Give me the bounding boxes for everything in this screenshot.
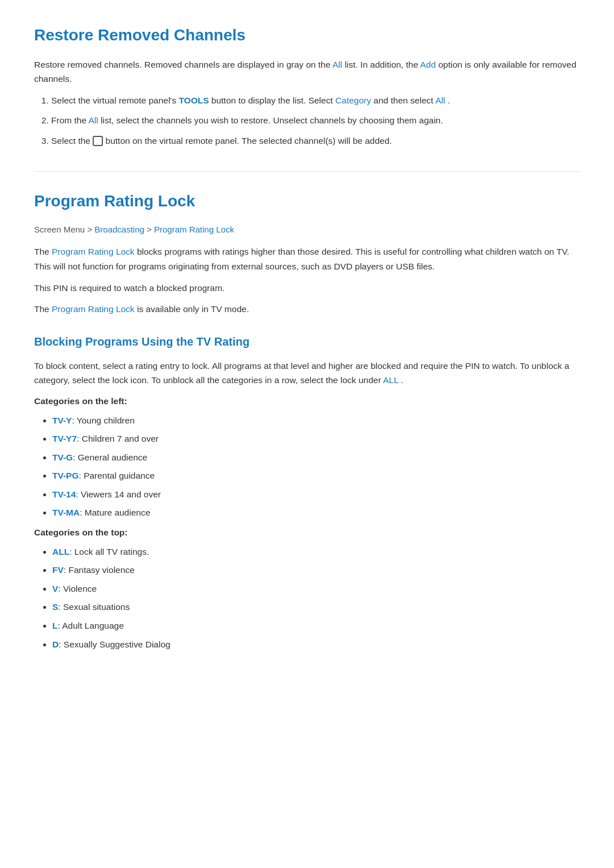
list-item: S: Sexual situations	[52, 600, 580, 614]
categories-left-list: TV-Y: Young childrenTV-Y7: Children 7 an…	[52, 413, 580, 520]
step-2: From the All list, select the channels y…	[51, 113, 580, 128]
list-item: TV-Y7: Children 7 and over	[52, 431, 580, 446]
categories-top-list: ALL: Lock all TV ratings.FV: Fantasy vio…	[52, 545, 580, 651]
section-divider	[34, 171, 580, 172]
step-3: Select the button on the virtual remote …	[51, 134, 580, 148]
list-item: TV-G: General audience	[52, 450, 580, 465]
list-item: D: Sexually Suggestive Dialog	[52, 637, 580, 652]
section2-para2: This PIN is required to watch a blocked …	[34, 281, 580, 296]
categories-top-label: Categories on the top:	[34, 526, 580, 540]
subsection-para1: To block content, select a rating entry …	[34, 359, 580, 388]
section2-para3: The Program Rating Lock is available onl…	[34, 302, 580, 317]
pin-icon	[93, 136, 103, 146]
section2-title: Program Rating Lock	[34, 189, 580, 214]
list-item: V: Violence	[52, 582, 580, 596]
step-1: Select the virtual remote panel's TOOLS …	[51, 93, 580, 108]
section-restore-channels: Restore Removed Channels Restore removed…	[34, 23, 580, 148]
section1-steps: Select the virtual remote panel's TOOLS …	[51, 93, 580, 148]
subsection-title: Blocking Programs Using the TV Rating	[34, 333, 580, 351]
list-item: TV-Y: Young children	[52, 413, 580, 428]
list-item: L: Adult Language	[52, 618, 580, 633]
subsection-blocking: Blocking Programs Using the TV Rating To…	[34, 333, 580, 651]
list-item: TV-MA: Mature audience	[52, 505, 580, 520]
categories-left-label: Categories on the left:	[34, 394, 580, 409]
section-program-rating-lock: Program Rating Lock Screen Menu > Broadc…	[34, 189, 580, 652]
list-item: TV-14: Viewers 14 and over	[52, 487, 580, 502]
list-item: FV: Fantasy violence	[52, 563, 580, 578]
list-item: ALL: Lock all TV ratings.	[52, 545, 580, 559]
section1-title: Restore Removed Channels	[34, 23, 580, 48]
list-item: TV-PG: Parental guidance	[52, 468, 580, 483]
breadcrumb: Screen Menu > Broadcasting > Program Rat…	[34, 223, 580, 236]
section2-para1: The Program Rating Lock blocks programs …	[34, 244, 580, 273]
section1-intro: Restore removed channels. Removed channe…	[34, 57, 580, 86]
